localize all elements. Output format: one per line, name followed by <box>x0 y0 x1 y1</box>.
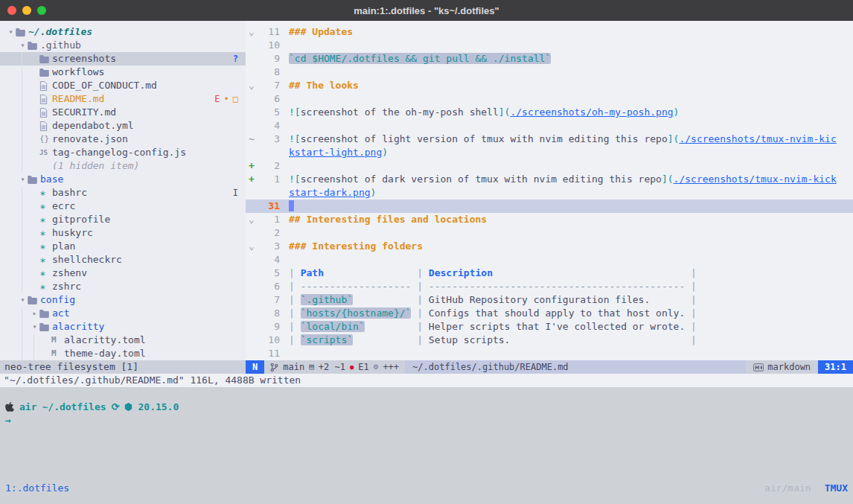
line-content: ![screenshot of dark version of tmux wit… <box>289 173 840 200</box>
item-badges: E•□ <box>214 92 246 106</box>
tree-item-alacritty[interactable]: ▾alacritty <box>0 320 246 334</box>
text-segment: | <box>417 267 429 278</box>
tree-item-bashrc[interactable]: ∗bashrcI <box>0 186 246 200</box>
shell-pane[interactable]: air ~/.dotfiles ⟳ 20.15.0 → 1:.dotfiles … <box>0 387 853 504</box>
editor-line[interactable]: ⌄7## The looks <box>246 79 853 92</box>
line-number: 5 <box>258 267 289 280</box>
tree-item-shellcheckrc[interactable]: ∗shellcheckrc <box>0 253 246 267</box>
tree-item-label: plan <box>52 240 75 253</box>
tree-indent <box>6 253 30 267</box>
editor-line[interactable]: 5![screenshot of the oh-my-posh shell](.… <box>246 106 853 119</box>
braces-icon: {} <box>39 133 52 146</box>
tree-item-workflows[interactable]: workflows <box>0 66 246 79</box>
tree-item-base[interactable]: ▾base <box>0 173 246 186</box>
tree-item-act[interactable]: ▸act <box>0 307 246 320</box>
editor-line[interactable]: 6| ------------------- | ---------------… <box>246 280 853 293</box>
editor-line[interactable]: 7| `.github` | GitHub Repository configu… <box>246 293 853 307</box>
tree-item-gitprofile[interactable]: ∗gitprofile <box>0 213 246 226</box>
status-row: neo-tree filesystem [1] N main ▤ +2 ~1 ●… <box>0 360 853 374</box>
tree-item-dependabot-yml[interactable]: dependabot.yml <box>0 119 246 133</box>
mode-indicator: N <box>246 360 264 374</box>
editor-line[interactable]: ⌄1## Interesting files and locations <box>246 213 853 226</box>
tree-indent <box>6 159 30 173</box>
tree-item-theme-day-toml[interactable]: Mtheme-day.toml <box>0 347 246 360</box>
filetype-segment: markdown <box>746 360 818 374</box>
editor-line[interactable]: 5| Path | Description | <box>246 267 853 280</box>
tree-item-tag-changelog-config-js[interactable]: JStag-changelog-config.js <box>0 146 246 159</box>
fold-marker-icon: ⌄ <box>246 79 258 92</box>
editor-line[interactable]: ⌄3### Interesting folders <box>246 240 853 253</box>
editor-line[interactable]: 4 <box>246 253 853 267</box>
markdown-icon <box>753 363 764 371</box>
sign-spacer <box>246 92 258 106</box>
tree-item-screenshots[interactable]: screenshots? <box>0 52 246 66</box>
editor-pane[interactable]: ⌄11### Updates109`cd $HOME/.dotfiles && … <box>246 21 853 360</box>
line-number: 5 <box>258 106 289 119</box>
git-branch-icon <box>270 363 278 372</box>
tree-indent <box>6 213 30 226</box>
text-segment: ![ <box>289 106 301 118</box>
editor-line[interactable]: 9| `local/bin` | Helper scripts that I'v… <box>246 320 853 334</box>
text-segment: `cd $HOME/.dotfiles && git pull && ./ins… <box>289 53 551 64</box>
chevron-down-icon: ▾ <box>18 39 28 52</box>
editor-line[interactable]: ⌄11### Updates <box>246 25 853 39</box>
tree-item-config[interactable]: ▾config <box>0 293 246 307</box>
editor-line[interactable]: 10| `scripts` | Setup scripts. | <box>246 334 853 347</box>
tree-item-github[interactable]: ▾.github <box>0 39 246 52</box>
editor-line[interactable]: 31 <box>246 200 853 213</box>
fullscreen-button[interactable] <box>37 6 46 15</box>
sync-icon: ⟳ <box>112 401 120 414</box>
chevron-down-icon: ▾ <box>18 173 28 186</box>
tree-item-huskyrc[interactable]: ∗huskyrc <box>0 226 246 240</box>
shell-input-line[interactable]: → <box>0 414 853 427</box>
editor-line[interactable]: +2 <box>246 159 853 173</box>
folder-icon <box>39 310 52 318</box>
close-button[interactable] <box>7 6 16 15</box>
titlebar[interactable]: main:1:.dotfiles - "ks~/.dotfiles" <box>0 0 853 21</box>
tree-item-label: README.md <box>52 92 104 106</box>
line-content: ## Interesting files and locations <box>289 213 840 226</box>
tmux-window-label[interactable]: 1:.dotfiles <box>5 482 69 495</box>
editor-line[interactable]: 8| `hosts/{hostname}/` | Configs that sh… <box>246 307 853 320</box>
tree-item-readme-md[interactable]: README.mdE•□ <box>0 92 246 106</box>
editor-line[interactable]: 6 <box>246 92 853 106</box>
minimize-button[interactable] <box>22 6 31 15</box>
tree-item-1-hidden-item[interactable]: (1 hidden item) <box>0 159 246 173</box>
filetype-label: markdown <box>767 360 811 374</box>
tree-item-plan[interactable]: ∗plan <box>0 240 246 253</box>
prompt-host: air <box>19 401 36 414</box>
tree-indent <box>6 39 18 52</box>
editor-line[interactable]: 10 <box>246 39 853 52</box>
editor-line[interactable]: 11 <box>246 347 853 360</box>
tree-item-renovate-json[interactable]: {}renovate.json <box>0 133 246 146</box>
text-segment: ----------------------------------------… <box>429 281 685 292</box>
line-number: 6 <box>258 92 289 106</box>
line-number: 4 <box>258 253 289 267</box>
line-content: ## The looks <box>289 79 840 92</box>
editor-line[interactable]: 4 <box>246 119 853 133</box>
tree-item-alacritty-toml[interactable]: Malacritty.toml <box>0 334 246 347</box>
line-number: 1 <box>258 173 289 200</box>
tree-item-zshrc[interactable]: ∗zshrc <box>0 280 246 293</box>
editor-line[interactable]: 9`cd $HOME/.dotfiles && git pull && ./in… <box>246 52 853 66</box>
tree-item-ecrc[interactable]: ∗ecrc <box>0 200 246 213</box>
neo-tree-panel[interactable]: ▾~/.dotfiles▾.githubscreenshots?workflow… <box>0 21 246 360</box>
traffic-lights <box>7 0 46 21</box>
prompt-arrow: → <box>5 415 11 426</box>
gutter: +1 <box>246 173 289 200</box>
editor-line[interactable]: 2 <box>246 226 853 240</box>
text-segment: screenshot of the oh-my-posh shell <box>301 106 499 118</box>
tree-item-dotfiles[interactable]: ▾~/.dotfiles <box>0 25 246 39</box>
editor-line[interactable]: ~3![screenshot of light version of tmux … <box>246 133 853 159</box>
tree-item-zshenv[interactable]: ∗zshenv <box>0 267 246 280</box>
tree-item-code-of-conduct-md[interactable]: CODE_OF_CONDUCT.md <box>0 79 246 92</box>
tree-indent <box>6 119 30 133</box>
status-badge: • <box>224 92 229 106</box>
tree-item-security-md[interactable]: SECURITY.md <box>0 106 246 119</box>
text-segment <box>510 334 691 345</box>
editor-line[interactable]: +1![screenshot of dark version of tmux w… <box>246 173 853 200</box>
sign-spacer <box>246 253 258 267</box>
fold-marker-icon: ⌄ <box>246 240 258 253</box>
gutter: 31 <box>246 200 289 213</box>
editor-line[interactable]: 8 <box>246 66 853 79</box>
